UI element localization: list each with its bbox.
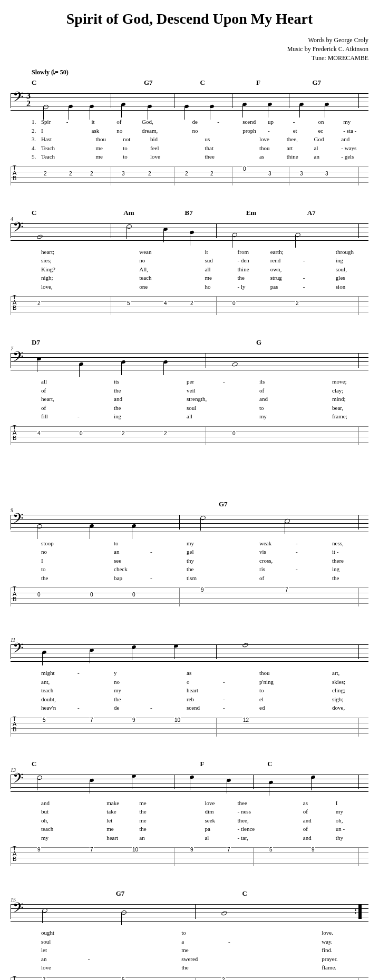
syllable: - [150, 574, 187, 583]
syllable: love. [322, 928, 368, 937]
syllable: sies; [41, 256, 74, 265]
syllable: stoop [41, 539, 77, 548]
tab-fret: 4 [163, 300, 168, 306]
syllable [275, 937, 322, 946]
tab-fret: 2 [148, 171, 152, 177]
tab-fret: 7 [227, 847, 231, 852]
syllable: my [187, 539, 223, 548]
syllable: - [150, 703, 187, 712]
syllable [223, 386, 259, 395]
music-system: CFC13𝄢andmakemelovetheeasIbuttakethedim-… [11, 760, 368, 869]
chord-row: D7G [32, 338, 368, 347]
syllable: thee, [238, 816, 270, 825]
syllable [77, 377, 114, 386]
chord-symbol [144, 338, 181, 347]
chord-symbol: C [32, 209, 62, 217]
syllable: ho [205, 282, 237, 291]
syllable [172, 282, 205, 291]
chord-symbol [69, 630, 106, 638]
tab-fret: 2 [190, 300, 194, 306]
syllable: feel [150, 144, 178, 153]
syllable: and [341, 135, 368, 144]
tab-fret: 0 [79, 430, 83, 436]
syllable [74, 816, 106, 825]
tablature: TAB00097 [11, 585, 368, 609]
syllable: one [139, 282, 172, 291]
syllable: scend [242, 117, 268, 126]
syllable [296, 404, 332, 413]
syllable: thee [238, 799, 270, 808]
syllable: - [223, 377, 259, 386]
syllable: - [293, 117, 318, 126]
syllable [228, 955, 275, 964]
music-system: G7C15𝄢oughttolove.soula-way.letmefind.an… [11, 889, 368, 980]
barline [232, 93, 232, 108]
syllable: let [106, 816, 139, 825]
chord-symbol [144, 500, 181, 508]
lyrics-block: allitsper-ilsmove;oftheveilofclay;heart,… [32, 377, 368, 421]
chord-symbol [294, 338, 331, 347]
syllable: thou [96, 135, 123, 144]
syllable: an [139, 834, 172, 842]
syllable [296, 412, 332, 421]
tab-fret: 5 [269, 847, 273, 852]
music-system: D7G7𝄢allitsper-ilsmove;oftheveilofclay;h… [11, 338, 368, 447]
syllable: all [41, 377, 77, 386]
syllable: an [41, 955, 88, 964]
chord-symbol [284, 79, 312, 87]
syllable [74, 825, 106, 834]
syllable [232, 144, 259, 153]
chord-symbol [32, 630, 69, 638]
syllable [296, 395, 332, 404]
syllable: I [336, 799, 368, 808]
syllable: - [77, 703, 114, 712]
syllable: heav'n [41, 703, 77, 712]
syllable [77, 565, 114, 574]
chord-symbol [99, 760, 133, 768]
tab-label: TAB [13, 165, 16, 181]
syllable [228, 963, 275, 972]
barline [174, 93, 174, 108]
chord-symbol [60, 79, 88, 87]
syllable: soul [187, 404, 223, 413]
syllable: it [92, 117, 117, 126]
staff: 11𝄢 [11, 639, 368, 665]
syllable [223, 669, 259, 678]
syllable: to [123, 144, 150, 153]
chord-symbol: G [256, 338, 294, 347]
chord-symbol [256, 630, 294, 638]
syllable: I [41, 556, 77, 565]
syllable: skies; [332, 678, 368, 687]
syllable: weak [259, 539, 296, 548]
syllable: all [187, 412, 223, 421]
syllable: us [205, 135, 232, 144]
chord-symbol [74, 889, 116, 898]
syllable: through [336, 248, 368, 257]
barline [358, 223, 359, 238]
syllable: sud [205, 256, 237, 265]
syllable: own, [270, 265, 303, 274]
chord-symbol: C [267, 760, 301, 768]
tab-fret: 10 [132, 847, 139, 852]
syllable: thine [238, 265, 270, 274]
syllable: el [259, 695, 296, 704]
syllable: no [114, 678, 150, 687]
syllable: of [303, 825, 336, 834]
tab-fret: 2 [43, 171, 47, 177]
syllable [296, 556, 332, 565]
syllable [88, 928, 135, 937]
syllable: but [41, 807, 74, 816]
syllable: de [192, 117, 218, 126]
syllable: heart, [41, 395, 77, 404]
syllable [77, 678, 114, 687]
syllable: ing [332, 565, 368, 574]
syllable [69, 152, 96, 161]
syllable: dove, [332, 703, 368, 712]
syllable: its [114, 377, 150, 386]
syllable [88, 946, 135, 955]
chord-symbol [301, 760, 335, 768]
lyrics-block: stooptomyweak-ness,noan-gelvis-it -Iseet… [32, 539, 368, 583]
syllable [178, 144, 205, 153]
barline [174, 775, 174, 789]
chord-symbol [256, 500, 294, 508]
